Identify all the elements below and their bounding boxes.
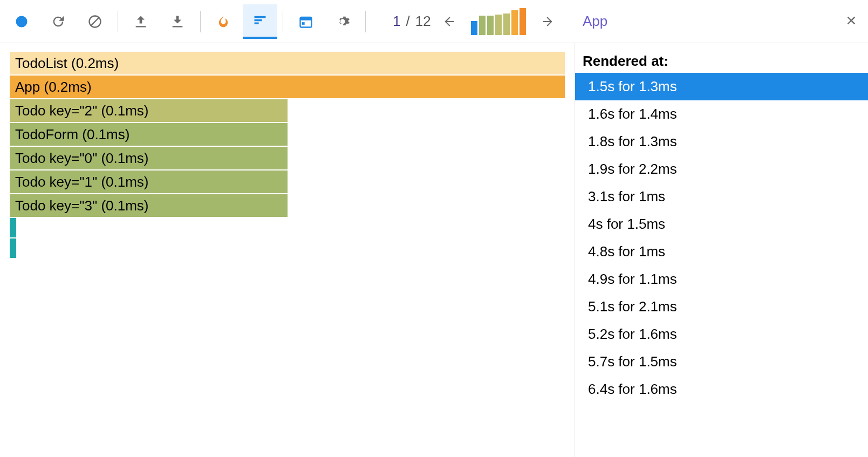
- svg-point-0: [16, 16, 28, 27]
- commit-list-item[interactable]: 5.7s for 1.5ms: [575, 348, 868, 376]
- gear-icon: [335, 14, 350, 29]
- details-header: App: [575, 0, 868, 43]
- upload-icon: [133, 14, 148, 29]
- ranked-icon: [252, 13, 268, 28]
- ranked-bar[interactable]: App (0.2ms): [10, 76, 565, 98]
- commit-bar[interactable]: [471, 21, 477, 35]
- save-profile-button[interactable]: [160, 4, 195, 39]
- divider: [200, 11, 201, 32]
- commit-list-item[interactable]: 1.5s for 1.3ms: [575, 73, 868, 100]
- commit-list-item[interactable]: 5.1s for 2.1ms: [575, 293, 868, 320]
- details-panel: App Rendered at: 1.5s for 1.3ms1.6s for …: [575, 43, 868, 457]
- commit-list-item[interactable]: 1.9s for 2.2ms: [575, 155, 868, 183]
- commit-navigator: 1 / 12: [393, 8, 561, 35]
- commit-list-item[interactable]: 3.1s for 1ms: [575, 183, 868, 210]
- prev-commit-button[interactable]: [436, 9, 462, 35]
- next-commit-button[interactable]: [535, 9, 561, 35]
- clear-button[interactable]: [78, 4, 112, 39]
- close-icon: [845, 15, 857, 26]
- divider: [365, 11, 366, 32]
- arrow-right-icon: [541, 15, 555, 29]
- commit-list-item[interactable]: 4.8s for 1ms: [575, 238, 868, 265]
- ranked-chart-tab[interactable]: [243, 4, 277, 39]
- settings-button[interactable]: [325, 4, 360, 39]
- svg-line-2: [91, 18, 99, 25]
- commit-index: 1: [393, 13, 400, 30]
- commit-bar[interactable]: [487, 16, 494, 35]
- timeline-tab[interactable]: [289, 4, 323, 39]
- commit-separator: /: [406, 13, 409, 30]
- commit-total: 12: [415, 13, 431, 30]
- commit-bar-chart[interactable]: [471, 8, 526, 35]
- commit-list-item[interactable]: 1.6s for 1.4ms: [575, 100, 868, 128]
- commit-list-item[interactable]: 6.4s for 1.6ms: [575, 376, 868, 403]
- download-icon: [170, 14, 185, 29]
- close-details-button[interactable]: [845, 13, 857, 30]
- divider: [283, 11, 283, 32]
- flame-chart-tab[interactable]: [206, 4, 241, 39]
- ranked-bar[interactable]: [10, 218, 16, 237]
- ranked-bar[interactable]: [10, 238, 16, 258]
- reload-button[interactable]: [41, 4, 76, 39]
- commit-list-item[interactable]: 4.9s for 1.1ms: [575, 265, 868, 293]
- record-icon: [14, 14, 29, 29]
- commit-list: 1.5s for 1.3ms1.6s for 1.4ms1.8s for 1.3…: [575, 73, 868, 403]
- divider: [118, 11, 118, 32]
- load-profile-button[interactable]: [124, 4, 158, 39]
- commit-list-item[interactable]: 5.2s for 1.6ms: [575, 320, 868, 348]
- commit-bar[interactable]: [479, 16, 486, 35]
- ranked-bar[interactable]: Todo key="2" (0.1ms): [10, 99, 288, 122]
- ranked-bar[interactable]: TodoForm (0.1ms): [10, 123, 288, 146]
- reload-icon: [51, 14, 66, 29]
- commit-bar[interactable]: [503, 13, 510, 35]
- commit-bar[interactable]: [511, 10, 518, 35]
- ranked-bar[interactable]: Todo key="1" (0.1ms): [10, 170, 288, 193]
- main-area: TodoList (0.2ms)App (0.2ms)Todo key="2" …: [0, 43, 868, 457]
- selected-component-name: App: [583, 13, 607, 30]
- commit-bar[interactable]: [495, 15, 502, 35]
- ranked-chart-panel: TodoList (0.2ms)App (0.2ms)Todo key="2" …: [0, 43, 575, 457]
- rendered-at-label: Rendered at:: [575, 53, 868, 73]
- arrow-left-icon: [442, 15, 456, 29]
- ranked-bar[interactable]: TodoList (0.2ms): [10, 52, 565, 74]
- flame-icon: [216, 14, 231, 29]
- clear-icon: [87, 14, 102, 29]
- ranked-bar[interactable]: Todo key="0" (0.1ms): [10, 147, 288, 169]
- record-button[interactable]: [4, 4, 39, 39]
- details-body: Rendered at: 1.5s for 1.3ms1.6s for 1.4m…: [575, 43, 868, 403]
- commit-list-item[interactable]: 4s for 1.5ms: [575, 210, 868, 238]
- ranked-bar[interactable]: Todo key="3" (0.1ms): [10, 194, 288, 217]
- svg-rect-5: [302, 22, 305, 25]
- commit-list-item[interactable]: 1.8s for 1.3ms: [575, 128, 868, 155]
- commit-bar[interactable]: [520, 8, 526, 35]
- svg-rect-4: [300, 17, 312, 20]
- calendar-icon: [298, 14, 313, 29]
